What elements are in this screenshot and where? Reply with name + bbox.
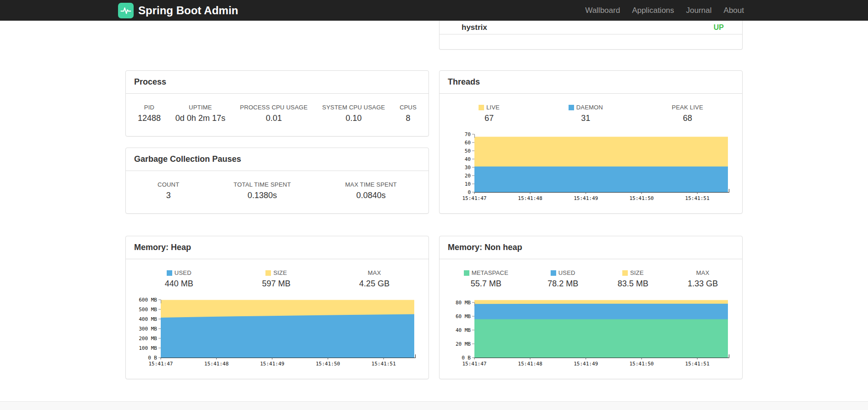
svg-text:15:41:49: 15:41:49 — [574, 361, 598, 367]
svg-text:40 MB: 40 MB — [455, 327, 470, 333]
threads-chart: 70605040302010015:41:4715:41:4815:41:491… — [449, 130, 733, 207]
size-series-swatch-icon — [622, 270, 628, 276]
svg-text:100 MB: 100 MB — [139, 345, 157, 351]
memory-nonheap-legend: METASPACE 55.7 MB USED 78.2 MB SIZE — [440, 259, 742, 289]
main-content: Process PID 12488 UPTIME 0d 0h 2m 17s PR… — [125, 0, 743, 379]
svg-text:15:41:51: 15:41:51 — [685, 361, 709, 367]
threads-legend: LIVE 67 DAEMON 31 PEAK LIVE 6 — [440, 94, 742, 123]
svg-text:50: 50 — [464, 148, 470, 154]
metric-cpus: CPUS 8 — [400, 104, 417, 123]
svg-text:15:41:48: 15:41:48 — [518, 195, 542, 201]
memory-heap-panel: Memory: Heap USED 440 MB SIZE 597 MB — [125, 236, 429, 379]
svg-text:20 MB: 20 MB — [455, 341, 470, 347]
svg-text:60 MB: 60 MB — [455, 313, 470, 319]
svg-text:15:41:48: 15:41:48 — [204, 361, 228, 367]
legend-item-size: SIZE 597 MB — [262, 269, 290, 289]
legend-item-daemon: DAEMON 31 — [569, 104, 603, 123]
svg-text:10: 10 — [464, 181, 470, 187]
metric-pid: PID 12488 — [138, 104, 161, 123]
legend-item-max: MAX 1.33 GB — [688, 269, 718, 289]
svg-text:80 MB: 80 MB — [455, 300, 470, 306]
nav-item-about[interactable]: About — [718, 0, 750, 21]
legend-item-used: USED 78.2 MB — [547, 269, 578, 289]
nav-item-wallboard[interactable]: Wallboard — [579, 0, 626, 21]
memory-nonheap-chart: 80 MB60 MB40 MB20 MB0 B15:41:4715:41:481… — [449, 295, 733, 372]
memory-nonheap-panel-title: Memory: Non heap — [440, 236, 742, 259]
legend-item-max: MAX 4.25 GB — [359, 269, 389, 289]
metric-gc-total-time: TOTAL TIME SPENT 0.1380s — [234, 181, 291, 200]
brand-title: Spring Boot Admin — [138, 4, 238, 17]
svg-text:20: 20 — [464, 173, 470, 179]
svg-text:15:41:51: 15:41:51 — [685, 195, 709, 201]
svg-text:600 MB: 600 MB — [139, 297, 157, 303]
size-series-swatch-icon — [265, 270, 271, 276]
threads-panel-title: Threads — [440, 71, 742, 94]
svg-text:70: 70 — [464, 131, 470, 137]
svg-text:15:41:50: 15:41:50 — [629, 361, 654, 367]
metric-uptime: UPTIME 0d 0h 2m 17s — [175, 104, 225, 123]
navbar-inner: Spring Boot Admin Wallboard Applications… — [118, 0, 750, 21]
live-series-swatch-icon — [479, 105, 484, 110]
footer — [0, 401, 868, 410]
application-status-row[interactable]: hystrix UP — [440, 21, 742, 34]
application-status-panel: hystrix UP — [439, 21, 743, 50]
application-name: hystrix — [462, 23, 487, 32]
legend-item-metaspace: METASPACE 55.7 MB — [464, 269, 508, 289]
svg-text:15:41:48: 15:41:48 — [518, 361, 542, 367]
memory-heap-legend: USED 440 MB SIZE 597 MB MAX 4 — [126, 259, 428, 289]
svg-text:300 MB: 300 MB — [139, 326, 157, 332]
gc-pauses-panel-title: Garbage Collection Pauses — [126, 148, 428, 171]
svg-text:15:41:49: 15:41:49 — [574, 195, 598, 201]
svg-text:60: 60 — [464, 140, 470, 146]
status-badge: UP — [714, 23, 724, 32]
brand-link[interactable]: Spring Boot Admin — [118, 3, 238, 18]
process-panel: Process PID 12488 UPTIME 0d 0h 2m 17s PR… — [125, 70, 429, 137]
process-metrics: PID 12488 UPTIME 0d 0h 2m 17s PROCESS CP… — [126, 94, 428, 136]
svg-text:15:41:51: 15:41:51 — [371, 361, 395, 367]
svg-text:15:41:47: 15:41:47 — [462, 195, 486, 201]
daemon-series-swatch-icon — [569, 105, 574, 110]
memory-nonheap-chart-area: 80 MB60 MB40 MB20 MB0 B15:41:4715:41:481… — [440, 289, 742, 379]
svg-text:15:41:47: 15:41:47 — [462, 361, 486, 367]
legend-item-peak-live: PEAK LIVE 68 — [672, 104, 703, 123]
nav-item-journal[interactable]: Journal — [680, 0, 718, 21]
legend-item-used: USED 440 MB — [165, 269, 193, 289]
svg-text:15:41:50: 15:41:50 — [629, 195, 654, 201]
used-series-swatch-icon — [551, 270, 556, 276]
svg-text:30: 30 — [464, 165, 470, 171]
left-column: Process PID 12488 UPTIME 0d 0h 2m 17s PR… — [125, 21, 429, 379]
legend-item-live: LIVE 67 — [479, 104, 500, 123]
metaspace-series-swatch-icon — [464, 270, 469, 276]
svg-text:0: 0 — [468, 189, 471, 195]
navbar-menu: Wallboard Applications Journal About — [579, 0, 750, 21]
spring-boot-admin-logo-icon — [118, 3, 134, 18]
svg-text:0 B: 0 B — [462, 355, 471, 361]
threads-panel: Threads LIVE 67 DAEMON 31 — [439, 70, 743, 214]
memory-heap-chart-area: 600 MB500 MB400 MB300 MB200 MB100 MB0 B1… — [126, 289, 428, 379]
nav-item-applications[interactable]: Applications — [626, 0, 680, 21]
svg-text:400 MB: 400 MB — [139, 316, 157, 322]
threads-chart-area: 70605040302010015:41:4715:41:4815:41:491… — [440, 123, 742, 213]
svg-text:15:41:50: 15:41:50 — [316, 361, 340, 367]
used-series-swatch-icon — [167, 270, 172, 276]
metric-gc-max-time: MAX TIME SPENT 0.0840s — [345, 181, 397, 200]
gc-pauses-panel: Garbage Collection Pauses COUNT 3 TOTAL … — [125, 148, 429, 214]
navbar: Spring Boot Admin Wallboard Applications… — [0, 0, 868, 21]
memory-heap-panel-title: Memory: Heap — [126, 236, 428, 259]
svg-text:40: 40 — [464, 156, 470, 162]
gc-metrics: COUNT 3 TOTAL TIME SPENT 0.1380s MAX TIM… — [126, 171, 428, 213]
svg-text:500 MB: 500 MB — [139, 307, 157, 313]
memory-nonheap-panel: Memory: Non heap METASPACE 55.7 MB USED … — [439, 236, 743, 379]
legend-item-size: SIZE 83.5 MB — [618, 269, 648, 289]
metric-gc-count: COUNT 3 — [158, 181, 179, 200]
process-panel-title: Process — [126, 71, 428, 94]
svg-text:15:41:49: 15:41:49 — [260, 361, 284, 367]
metric-process-cpu-usage: PROCESS CPU USAGE 0.01 — [240, 104, 308, 123]
memory-heap-chart: 600 MB500 MB400 MB300 MB200 MB100 MB0 B1… — [135, 295, 420, 372]
svg-text:200 MB: 200 MB — [139, 336, 157, 342]
svg-text:0 B: 0 B — [148, 355, 157, 361]
metric-system-cpu-usage: SYSTEM CPU USAGE 0.10 — [322, 104, 385, 123]
right-column: hystrix UP Threads LIVE 67 DAEMON — [439, 21, 743, 379]
svg-text:15:41:47: 15:41:47 — [148, 361, 173, 367]
